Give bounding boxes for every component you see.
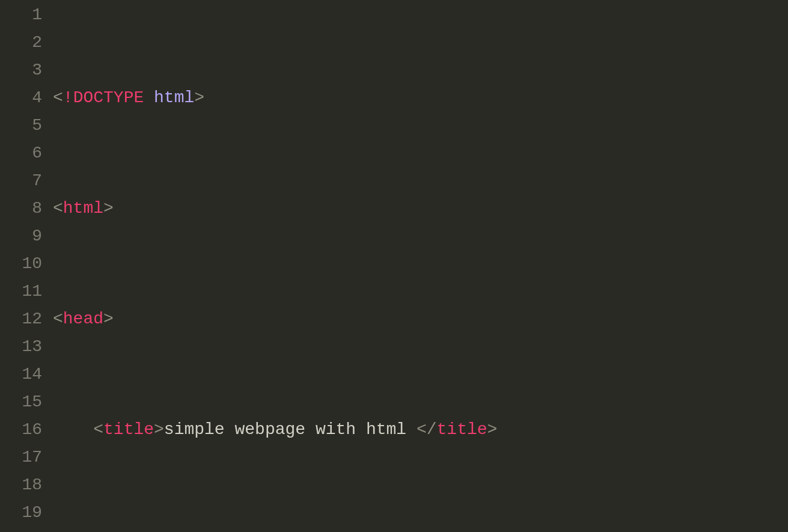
angle-open: <	[53, 88, 63, 107]
line-number: 10	[0, 250, 42, 278]
code-line[interactable]: <head>	[53, 305, 788, 333]
line-number: 14	[0, 361, 42, 388]
code-line[interactable]: <title>simple webpage with html </title>	[53, 416, 788, 444]
angle-close: >	[194, 88, 204, 107]
line-number: 17	[0, 444, 42, 471]
line-number: 3	[0, 57, 42, 84]
line-number: 1	[0, 1, 42, 29]
line-number: 8	[0, 195, 42, 222]
tag-html: html	[63, 199, 103, 218]
tag-title-close: title	[437, 420, 487, 439]
doctype-keyword: DOCTYPE	[73, 88, 144, 107]
code-editor[interactable]: 1 2 3 4 5 6 7 8 9 10 11 12 13 14 15 16 1…	[0, 0, 788, 532]
line-number: 6	[0, 139, 42, 167]
line-number: 19	[0, 499, 42, 527]
line-number: 5	[0, 112, 42, 139]
line-number: 15	[0, 388, 42, 416]
line-number: 13	[0, 333, 42, 361]
line-number: 12	[0, 305, 42, 333]
line-number: 11	[0, 278, 42, 305]
doctype-bang: !	[63, 88, 73, 107]
line-number: 9	[0, 222, 42, 250]
line-number: 18	[0, 471, 42, 499]
tag-head: head	[63, 310, 103, 328]
line-number: 7	[0, 167, 42, 195]
line-number: 4	[0, 84, 42, 112]
code-area[interactable]: <!DOCTYPE html> <html> <head> <title>sim…	[53, 0, 788, 532]
code-line[interactable]: <!DOCTYPE html>	[53, 84, 788, 112]
line-number: 2	[0, 29, 42, 57]
code-line[interactable]	[53, 527, 788, 532]
line-number: 16	[0, 416, 42, 444]
code-line[interactable]: <html>	[53, 195, 788, 222]
title-text: simple webpage with html	[164, 420, 417, 439]
tag-title: title	[103, 420, 154, 439]
line-number-gutter: 1 2 3 4 5 6 7 8 9 10 11 12 13 14 15 16 1…	[0, 0, 53, 532]
doctype-html: html	[154, 88, 194, 107]
